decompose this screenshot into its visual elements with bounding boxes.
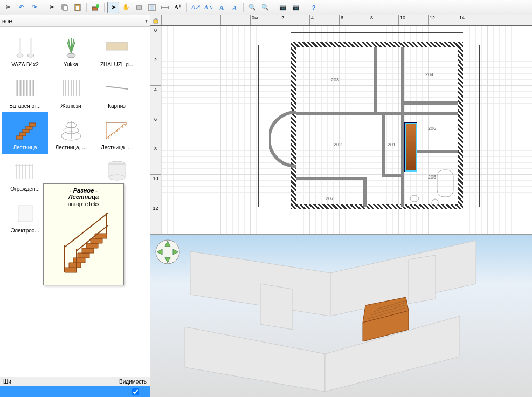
- svg-rect-13: [19, 38, 21, 56]
- item-yukka[interactable]: Yukka: [48, 29, 94, 71]
- furniture-catalog: VAZA B4x2 Yukka ZHALUZI_g... Батарея от.…: [0, 27, 150, 377]
- furniture-panel: ное ▾ VAZA B4x2 Yukka ZHALUZI_g...: [0, 15, 150, 397]
- item-label: Батарея от...: [3, 103, 47, 109]
- svg-rect-6: [136, 6, 142, 9]
- item-label: ZHALUZI_g...: [95, 61, 139, 67]
- room-label: 201: [388, 142, 396, 147]
- camera-icon[interactable]: 📷: [277, 2, 289, 13]
- svg-rect-4: [92, 7, 98, 10]
- category-label: ное: [2, 18, 12, 24]
- ruler-corner: [150, 15, 161, 26]
- tooltip-title: Лестница: [47, 194, 120, 200]
- svg-rect-8: [150, 5, 154, 10]
- category-selector[interactable]: ное ▾: [0, 15, 150, 27]
- item-label: Электроо...: [3, 228, 47, 234]
- svg-point-53: [109, 175, 125, 180]
- svg-point-71: [432, 199, 438, 207]
- svg-marker-56: [69, 263, 81, 268]
- svg-rect-54: [18, 206, 32, 222]
- svg-marker-58: [78, 253, 89, 258]
- dimension-icon[interactable]: [159, 2, 171, 13]
- item-stairs-side[interactable]: Лестница -...: [94, 112, 140, 154]
- svg-rect-3: [76, 6, 79, 10]
- svg-rect-33: [19, 133, 26, 136]
- copy-icon[interactable]: [59, 2, 71, 13]
- svg-rect-32: [16, 136, 23, 139]
- add-furniture-icon[interactable]: [89, 2, 101, 13]
- visibility-checkbox[interactable]: [132, 388, 139, 395]
- item-fence[interactable]: Огражден...: [2, 154, 48, 195]
- item-label: Карниз: [95, 103, 139, 109]
- svg-point-70: [410, 195, 419, 202]
- svg-line-31: [106, 86, 128, 89]
- horizontal-ruler: 0м 2 4 6 8 10 12 14: [161, 15, 532, 26]
- 3d-view[interactable]: [150, 234, 532, 397]
- bold-icon[interactable]: A: [216, 2, 227, 13]
- plan-canvas[interactable]: 203 204 202 201 206 205 207: [161, 26, 532, 234]
- room-label: 202: [334, 142, 342, 147]
- svg-rect-15: [30, 38, 32, 56]
- cursor-icon[interactable]: ➤: [107, 2, 119, 13]
- svg-rect-35: [26, 126, 32, 129]
- plan-view[interactable]: 0м 2 4 6 8 10 12 14 0 2 4 6 8 10 12: [150, 15, 532, 234]
- svg-point-5: [96, 4, 99, 8]
- item-blinds[interactable]: Жалюзи: [48, 71, 94, 112]
- scissors-icon[interactable]: ✂: [2, 2, 14, 13]
- wall-icon[interactable]: [133, 2, 145, 13]
- item-electric[interactable]: Электроо...: [2, 195, 48, 237]
- undo-icon[interactable]: ↶: [15, 2, 27, 13]
- room-icon[interactable]: [146, 2, 158, 13]
- svg-marker-57: [73, 258, 85, 263]
- svg-marker-60: [86, 243, 98, 248]
- item-label: Жалюзи: [49, 103, 93, 109]
- item-stairs-spiral[interactable]: Лестница, ...: [48, 112, 94, 154]
- room-label: 207: [326, 196, 334, 201]
- 3d-scene: [153, 235, 530, 397]
- properties-row[interactable]: [0, 386, 150, 397]
- room-label: 203: [331, 77, 339, 83]
- svg-rect-36: [29, 123, 36, 126]
- item-radiator[interactable]: Батарея от...: [2, 71, 48, 112]
- floorplan: 203 204 202 201 206 205 207: [215, 26, 522, 234]
- redo-icon[interactable]: ↷: [28, 2, 40, 13]
- furniture-tooltip: - Разное - Лестница автор: eTeks: [43, 183, 124, 285]
- lock-icon: [153, 17, 159, 24]
- item-label: VAZA B4x2: [3, 61, 47, 67]
- photo-icon[interactable]: 📷: [290, 2, 302, 13]
- chevron-down-icon[interactable]: ▾: [145, 18, 148, 24]
- text-icon[interactable]: A⁺: [172, 2, 184, 13]
- svg-marker-78: [409, 255, 436, 304]
- svg-marker-77: [260, 284, 293, 330]
- properties-header: Ши Видимость: [0, 377, 150, 386]
- tooltip-preview: [54, 210, 113, 280]
- paste-icon[interactable]: [72, 2, 84, 13]
- stairs-object[interactable]: [405, 123, 417, 172]
- scale-up-icon[interactable]: A↗: [190, 2, 202, 13]
- item-label: Огражден...: [3, 186, 47, 192]
- help-icon[interactable]: ?: [308, 2, 320, 13]
- scale-down-icon[interactable]: A↘: [203, 2, 215, 13]
- hand-icon[interactable]: ✋: [120, 2, 132, 13]
- svg-rect-1: [63, 6, 67, 10]
- col-visible: Видимость: [119, 379, 147, 385]
- item-stairs[interactable]: Лестница: [2, 112, 48, 154]
- svg-marker-55: [65, 268, 77, 272]
- item-label: Лестница: [3, 145, 47, 150]
- zoom-out-icon[interactable]: 🔍: [259, 2, 271, 13]
- room-label: 206: [428, 126, 436, 131]
- room-label: 204: [425, 72, 433, 77]
- item-zhaluzi[interactable]: ZHALUZI_g...: [94, 29, 140, 71]
- svg-marker-75: [185, 327, 325, 392]
- svg-marker-61: [91, 238, 102, 243]
- svg-rect-68: [154, 20, 158, 23]
- item-vaza[interactable]: VAZA B4x2: [2, 29, 48, 71]
- cut-icon[interactable]: ✂: [46, 2, 58, 13]
- zoom-in-icon[interactable]: 🔍: [246, 2, 258, 13]
- item-label: Лестница, ...: [49, 145, 93, 150]
- item-cornice[interactable]: Карниз: [94, 71, 140, 112]
- room-label: 205: [428, 174, 436, 180]
- italic-icon[interactable]: A: [229, 2, 240, 13]
- item-label: Yukka: [49, 61, 93, 67]
- svg-marker-59: [82, 248, 94, 253]
- svg-point-16: [67, 53, 75, 58]
